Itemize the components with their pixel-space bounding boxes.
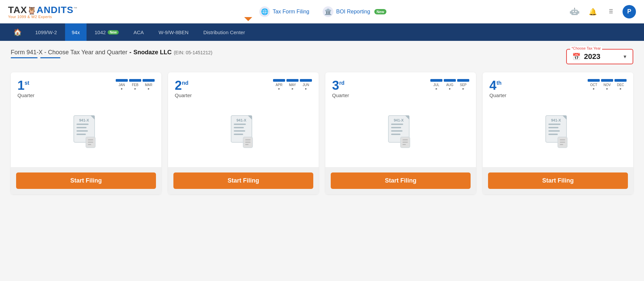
svg-text:941-X: 941-X: [79, 118, 89, 122]
month-bar-item: [457, 79, 469, 82]
month-bar: [457, 79, 469, 82]
logo[interactable]: TAX🦉ANDITS™ Your 1099 & W2 Experts: [8, 5, 77, 19]
quarter-suffix: st: [24, 80, 29, 86]
month-label: FEB: [132, 83, 138, 87]
months-block: OCT ▸ NOV ▸ DEC ▸: [588, 79, 627, 90]
svg-rect-12: [76, 134, 86, 135]
quarter-header: 1st Quarter: [17, 79, 155, 98]
quarter-card-footer: Start Filing: [168, 167, 319, 194]
nav-bar: 🏠 1099/W-2 94x 1042 New ACA W-9/W-8BEN D…: [0, 23, 644, 41]
quarter-label: Quarter: [332, 92, 349, 98]
quarter-card-body: 4th Quarter: [483, 72, 633, 167]
month-label: JAN: [119, 83, 125, 87]
underline-1: [11, 57, 38, 58]
svg-rect-16: [88, 142, 93, 143]
svg-rect-9: [76, 124, 89, 125]
header-right: 🔔 ⠿ P: [568, 5, 636, 18]
robot-icon[interactable]: [568, 5, 581, 18]
month-bar-item: [273, 79, 285, 82]
quarter-number: 1st: [17, 79, 29, 92]
form-name-label: Form 941-X - Choose Tax Year and Quarter: [11, 49, 127, 56]
tax-form-filing-link[interactable]: 🌐 Tax Form Filing: [259, 6, 309, 17]
boi-reporting-link[interactable]: 🏛️ BOI Reporting New: [323, 6, 386, 17]
form-icon-container: 941-X: [543, 109, 573, 156]
svg-rect-26: [245, 142, 251, 143]
svg-rect-5: [574, 8, 575, 9]
svg-rect-37: [402, 144, 406, 145]
svg-rect-25: [245, 139, 251, 140]
month-arrow: ▸: [135, 87, 136, 90]
quarter-number: 4th: [489, 79, 501, 92]
form-icon-container: 941-X: [228, 109, 259, 156]
separator: -: [129, 49, 131, 56]
content-area: Form 941-X - Choose Tax Year and Quarter…: [0, 41, 644, 281]
svg-rect-39: [548, 124, 560, 125]
svg-text:941-X: 941-X: [236, 118, 247, 122]
quarter-card-body: 1st Quarter: [11, 72, 161, 167]
quarter-header: 3rd Quarter: [332, 79, 469, 98]
month-bar-item: [129, 79, 141, 82]
grid-icon[interactable]: ⠿: [604, 5, 617, 18]
underline-2: [40, 57, 60, 58]
month-bar: [300, 79, 312, 82]
quarter-label: Quarter: [175, 92, 192, 98]
month-labels-row: JAN ▸ FEB ▸ MAR ▸: [116, 83, 155, 90]
start-filing-button-1[interactable]: Start Filing: [16, 172, 156, 189]
user-avatar[interactable]: P: [623, 5, 636, 18]
quarter-card-footer: Start Filing: [483, 167, 633, 194]
quarter-number: 3rd: [332, 79, 344, 92]
svg-rect-46: [560, 142, 565, 143]
1042-new-badge: New: [108, 30, 119, 34]
month-bar: [444, 79, 456, 82]
notification-bell-icon[interactable]: 🔔: [586, 5, 599, 18]
month-label: JUL: [433, 83, 439, 87]
month-bar-item: [116, 79, 128, 82]
start-filing-button-2[interactable]: Start Filing: [173, 172, 313, 189]
nav-item-1099-w2[interactable]: 1099/W-2: [29, 23, 64, 41]
nav-item-aca[interactable]: ACA: [127, 23, 151, 41]
nav-item-1042[interactable]: 1042 New: [88, 23, 125, 41]
active-triangle-indicator: [244, 17, 252, 21]
month-bar-item: [601, 79, 613, 82]
svg-rect-2: [575, 11, 577, 12]
quarter-card-body: 2nd Quarter: [168, 72, 319, 167]
month-bar-item: [300, 79, 312, 82]
month-bar: [273, 79, 285, 82]
month-label: MAR: [145, 83, 152, 87]
svg-rect-32: [391, 134, 400, 135]
month-bar: [116, 79, 128, 82]
month-arrow: ▸: [148, 87, 150, 90]
months-bars: [273, 79, 312, 82]
month-label: AUG: [446, 83, 453, 87]
tax-form-filing-icon: 🌐: [259, 6, 270, 17]
logo-subtitle: Your 1099 & W2 Experts: [8, 15, 52, 19]
boi-reporting-label: BOI Reporting: [336, 9, 370, 15]
month-label: JUN: [303, 83, 309, 87]
form-icon: 941-X: [71, 114, 101, 151]
svg-rect-31: [391, 130, 402, 132]
nav-item-94x[interactable]: 94x: [65, 23, 87, 41]
svg-rect-47: [560, 144, 563, 145]
start-filing-button-3[interactable]: Start Filing: [331, 172, 471, 189]
months-bars: [116, 79, 155, 82]
svg-rect-45: [560, 139, 565, 140]
months-block: JAN ▸ FEB ▸ MAR ▸: [116, 79, 155, 90]
nav-item-w9-w8ben[interactable]: W-9/W-8BEN: [152, 23, 195, 41]
start-filing-button-4[interactable]: Start Filing: [488, 172, 628, 189]
page-title-block: Form 941-X - Choose Tax Year and Quarter…: [11, 49, 212, 58]
quarter-card-1: 1st Quarter: [11, 72, 161, 194]
quarter-suffix: th: [496, 80, 501, 86]
svg-rect-41: [548, 130, 560, 132]
svg-rect-29: [391, 124, 403, 125]
svg-text:941-X: 941-X: [551, 118, 561, 122]
svg-text:941-X: 941-X: [394, 118, 404, 122]
nav-item-home[interactable]: 🏠: [8, 23, 27, 41]
month-arrow: ▸: [449, 87, 451, 90]
svg-rect-17: [88, 144, 91, 145]
month-bar-item: [286, 79, 299, 82]
tax-year-selector[interactable]: *Choose Tax Year 📅 2023 ▼: [566, 49, 633, 64]
quarter-card-footer: Start Filing: [325, 167, 476, 194]
month-label: SEP: [460, 83, 467, 87]
nav-item-distribution-center[interactable]: Distribution Center: [197, 23, 252, 41]
month-bar-item: [614, 79, 627, 82]
